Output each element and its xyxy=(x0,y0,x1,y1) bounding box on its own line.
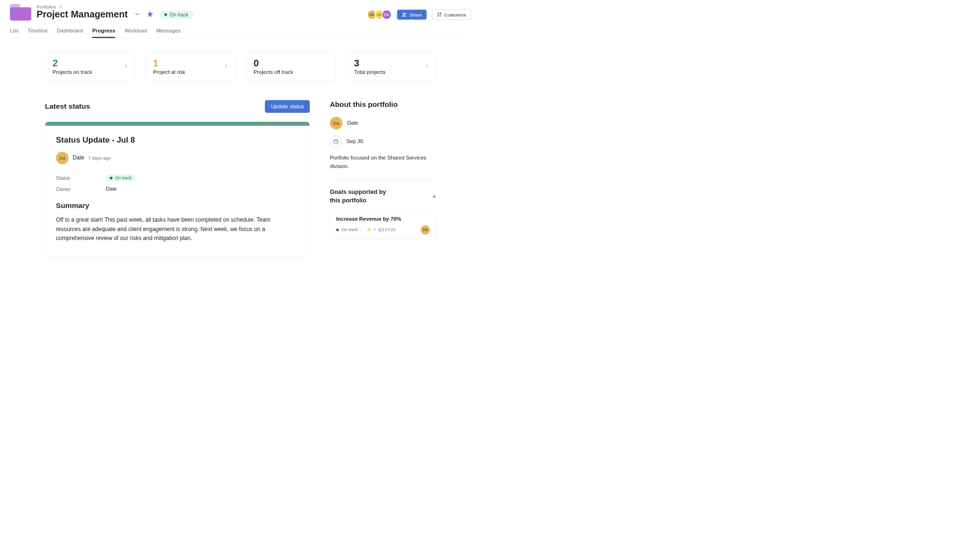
svg-point-0 xyxy=(402,13,404,15)
share-label: Share xyxy=(410,12,422,17)
owner-value: Dale xyxy=(106,186,117,192)
stat-label: Total projects xyxy=(354,69,386,75)
portfolio-description: Portfolio focused on the Shared Services… xyxy=(330,153,436,170)
goal-card[interactable]: Increase Revenue by 70% On track … ⚡ • Q… xyxy=(330,211,436,240)
latest-status-heading: Latest status xyxy=(45,102,90,111)
tab-workload[interactable]: Workload xyxy=(125,26,147,38)
tab-dashboard[interactable]: Dashboard xyxy=(57,26,83,38)
portfolio-owner-avatar: Da xyxy=(330,117,343,129)
status-update-card[interactable]: Status Update - Jul 8 Da Dale 7 days ago… xyxy=(45,121,310,257)
bolt-icon: ⚡ xyxy=(366,227,371,232)
svg-point-1 xyxy=(405,13,406,15)
customize-button[interactable]: Customize xyxy=(432,9,472,20)
avatar: Ge xyxy=(382,10,392,20)
chevron-right-icon xyxy=(58,4,63,9)
tab-list[interactable]: List xyxy=(10,26,18,38)
status-update-title: Status Update - Jul 8 xyxy=(56,135,299,144)
stat-value: 2 xyxy=(53,58,92,69)
stat-value: 1 xyxy=(153,58,185,69)
chevron-right-icon xyxy=(224,63,229,70)
goal-status: On track … xyxy=(341,227,363,232)
status-value: On track xyxy=(115,176,132,181)
stat-label: Project at risk xyxy=(153,69,185,75)
status-field-label: Status xyxy=(56,175,106,181)
svg-rect-3 xyxy=(440,13,441,14)
svg-rect-2 xyxy=(437,13,439,14)
breadcrumb-root[interactable]: Portfolios xyxy=(37,4,56,9)
member-avatar-stack[interactable]: Da Au Ge xyxy=(370,10,392,20)
customize-label: Customize xyxy=(444,12,466,17)
grid-icon xyxy=(437,12,442,17)
status-dot-icon xyxy=(164,13,167,16)
tab-messages[interactable]: Messages xyxy=(156,26,181,38)
status-dot-icon xyxy=(110,176,112,179)
portfolio-due-date: Sep 30 xyxy=(346,138,363,144)
svg-rect-6 xyxy=(334,140,337,144)
stat-off-track[interactable]: 0 Projects off track xyxy=(246,52,336,82)
summary-text: Off to a great start! This past week, al… xyxy=(56,215,289,243)
tabs: List Timeline Dashboard Progress Workloa… xyxy=(10,26,471,38)
add-goal-button[interactable]: + xyxy=(433,192,436,200)
chevron-right-icon xyxy=(425,63,430,70)
author-name: Dale xyxy=(72,155,84,161)
stat-label: Projects on track xyxy=(53,69,92,75)
portfolio-status-pill[interactable]: On track xyxy=(160,10,193,19)
goal-period: Q3 FY23 xyxy=(378,227,395,232)
status-color-bar xyxy=(45,122,309,126)
update-status-button[interactable]: Update status xyxy=(265,100,310,113)
status-label: On track xyxy=(169,12,188,17)
about-heading: About this portfolio xyxy=(330,100,436,109)
star-icon[interactable] xyxy=(146,10,154,19)
portfolio-owner-name: Dale xyxy=(347,120,358,126)
goal-owner-avatar: Da xyxy=(421,225,430,234)
stat-label: Projects off track xyxy=(254,69,293,75)
divider xyxy=(330,180,436,180)
stat-value: 3 xyxy=(354,58,386,69)
calendar-icon xyxy=(330,136,342,147)
stat-value: 0 xyxy=(254,58,293,69)
share-button[interactable]: Share xyxy=(397,10,426,20)
chevron-right-icon xyxy=(123,63,129,70)
page-title: Project Management xyxy=(37,9,128,20)
portfolio-folder-icon xyxy=(10,3,31,22)
stats-row: 2 Projects on track 1 Project at risk 0 … xyxy=(45,52,436,82)
stat-on-track[interactable]: 2 Projects on track xyxy=(45,52,135,82)
status-dot-icon xyxy=(336,228,339,231)
bullet: • xyxy=(374,227,375,232)
goal-title: Increase Revenue by 70% xyxy=(336,216,430,222)
tab-timeline[interactable]: Timeline xyxy=(28,26,48,38)
goals-heading: Goals supported by this portfolio xyxy=(330,188,396,205)
stat-at-risk[interactable]: 1 Project at risk xyxy=(145,52,235,82)
summary-heading: Summary xyxy=(56,201,299,210)
title-dropdown-icon[interactable] xyxy=(134,11,140,19)
svg-rect-4 xyxy=(437,15,439,16)
owner-field-label: Owner xyxy=(56,186,106,192)
status-value-pill: On track xyxy=(106,174,136,181)
stat-total[interactable]: 3 Total projects xyxy=(346,52,436,82)
tab-progress[interactable]: Progress xyxy=(92,26,115,38)
svg-rect-5 xyxy=(440,15,441,16)
author-time: 7 days ago xyxy=(88,155,111,160)
people-icon xyxy=(402,12,407,17)
author-avatar: Da xyxy=(56,152,69,164)
header: Portfolios Project Management On track D… xyxy=(0,0,481,38)
